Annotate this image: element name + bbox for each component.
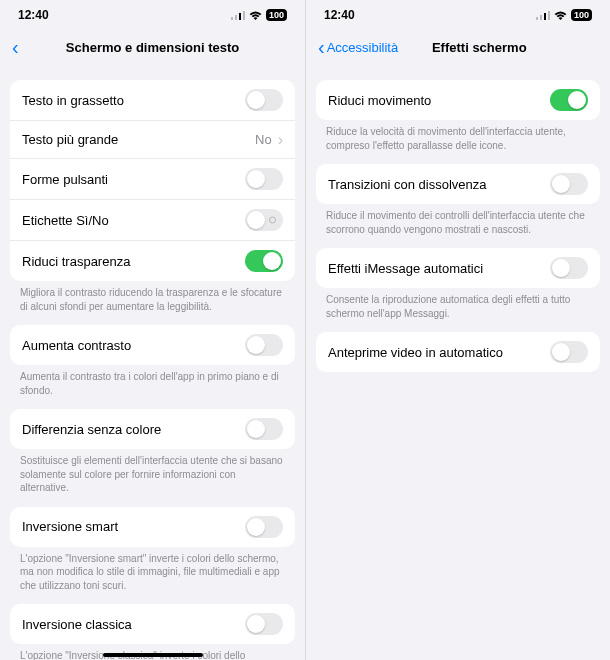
toggle-classic-invert[interactable] — [245, 613, 283, 635]
note-transparency: Migliora il contrasto riducendo la trasp… — [0, 281, 305, 313]
group-text-display: Testo in grassetto Testo più grande No ›… — [10, 80, 295, 281]
group-auto-message-effects: Effetti iMessage automatici — [316, 248, 600, 288]
toggle-bold-text[interactable] — [245, 89, 283, 111]
group-auto-video-preview: Anteprime video in automatico — [316, 332, 600, 372]
row-auto-video-preview[interactable]: Anteprime video in automatico — [316, 332, 600, 372]
scroll-area[interactable]: Testo in grassetto Testo più grande No ›… — [0, 68, 305, 660]
label-auto-video-preview: Anteprime video in automatico — [328, 345, 550, 360]
row-cross-fade[interactable]: Transizioni con dissolvenza — [316, 164, 600, 204]
row-classic-invert[interactable]: Inversione classica — [10, 604, 295, 644]
left-screen: 12:40 100 ‹ Schermo e dimensioni testo T… — [0, 0, 305, 660]
group-reduce-motion: Riduci movimento — [316, 80, 600, 120]
row-larger-text[interactable]: Testo più grande No › — [10, 120, 295, 158]
toggle-cross-fade[interactable] — [550, 173, 588, 195]
nav-header: ‹ Schermo e dimensioni testo — [0, 30, 305, 68]
chevron-right-icon: › — [278, 131, 283, 149]
svg-rect-0 — [231, 17, 233, 20]
label-smart-invert: Inversione smart — [22, 519, 245, 534]
svg-rect-5 — [540, 15, 542, 20]
label-cross-fade: Transizioni con dissolvenza — [328, 177, 550, 192]
label-auto-message-effects: Effetti iMessage automatici — [328, 261, 550, 276]
row-onoff-labels[interactable]: Etichette Sì/No — [10, 199, 295, 240]
back-chevron-icon[interactable]: ‹ — [12, 37, 19, 57]
row-button-shapes[interactable]: Forme pulsanti — [10, 158, 295, 199]
label-larger-text: Testo più grande — [22, 132, 255, 147]
toggle-reduce-transparency[interactable] — [245, 250, 283, 272]
group-cross-fade: Transizioni con dissolvenza — [316, 164, 600, 204]
note-diff: Sostituisce gli elementi dell'interfacci… — [0, 449, 305, 495]
page-title: Effetti schermo — [432, 40, 527, 55]
toggle-smart-invert[interactable] — [245, 516, 283, 538]
svg-rect-1 — [235, 15, 237, 20]
svg-rect-3 — [243, 11, 245, 20]
label-diff-no-color: Differenzia senza colore — [22, 422, 245, 437]
svg-rect-2 — [239, 13, 241, 20]
row-reduce-transparency[interactable]: Riduci trasparenza — [10, 240, 295, 281]
nav-header: ‹ Accessibilità Effetti schermo — [306, 30, 610, 68]
wifi-icon — [249, 11, 262, 20]
group-increase-contrast: Aumenta contrasto — [10, 325, 295, 365]
page-title: Schermo e dimensioni testo — [66, 40, 239, 55]
label-reduce-transparency: Riduci trasparenza — [22, 254, 245, 269]
group-smart-invert: Inversione smart — [10, 507, 295, 547]
toggle-reduce-motion[interactable] — [550, 89, 588, 111]
note-classic-invert: L'opzione "Inversione classica" inverte … — [0, 644, 305, 660]
row-increase-contrast[interactable]: Aumenta contrasto — [10, 325, 295, 365]
group-diff-no-color: Differenzia senza colore — [10, 409, 295, 449]
right-screen: 12:40 100 ‹ Accessibilità Effetti scherm… — [305, 0, 610, 660]
row-auto-message-effects[interactable]: Effetti iMessage automatici — [316, 248, 600, 288]
scroll-area[interactable]: Riduci movimento Riduce la velocità di m… — [306, 68, 610, 660]
status-right: 100 — [231, 9, 287, 21]
note-reduce-motion: Riduce la velocità di movimento dell'int… — [306, 120, 610, 152]
home-indicator[interactable] — [103, 653, 203, 657]
cellular-signal-icon — [536, 11, 550, 20]
status-bar: 12:40 100 — [0, 0, 305, 30]
row-diff-no-color[interactable]: Differenzia senza colore — [10, 409, 295, 449]
svg-rect-4 — [536, 17, 538, 20]
back-button-label[interactable]: Accessibilità — [327, 41, 399, 54]
battery-icon: 100 — [266, 9, 287, 21]
group-classic-invert: Inversione classica — [10, 604, 295, 644]
toggle-auto-video-preview[interactable] — [550, 341, 588, 363]
label-button-shapes: Forme pulsanti — [22, 172, 245, 187]
battery-icon: 100 — [571, 9, 592, 21]
svg-rect-7 — [548, 11, 550, 20]
label-onoff-labels: Etichette Sì/No — [22, 213, 245, 228]
wifi-icon — [554, 11, 567, 20]
toggle-diff-no-color[interactable] — [245, 418, 283, 440]
value-larger-text: No — [255, 132, 272, 147]
cellular-signal-icon — [231, 11, 245, 20]
toggle-button-shapes[interactable] — [245, 168, 283, 190]
label-increase-contrast: Aumenta contrasto — [22, 338, 245, 353]
label-reduce-motion: Riduci movimento — [328, 93, 550, 108]
note-smart-invert: L'opzione "Inversione smart" inverte i c… — [0, 547, 305, 593]
status-right: 100 — [536, 9, 592, 21]
row-reduce-motion[interactable]: Riduci movimento — [316, 80, 600, 120]
status-time: 12:40 — [18, 8, 49, 22]
label-bold-text: Testo in grassetto — [22, 93, 245, 108]
status-bar: 12:40 100 — [306, 0, 610, 30]
toggle-auto-message-effects[interactable] — [550, 257, 588, 279]
svg-rect-6 — [544, 13, 546, 20]
row-bold-text[interactable]: Testo in grassetto — [10, 80, 295, 120]
label-classic-invert: Inversione classica — [22, 617, 245, 632]
note-cross-fade: Riduce il movimento dei controlli dell'i… — [306, 204, 610, 236]
status-time: 12:40 — [324, 8, 355, 22]
row-smart-invert[interactable]: Inversione smart — [10, 507, 295, 547]
toggle-onoff-labels[interactable] — [245, 209, 283, 231]
toggle-increase-contrast[interactable] — [245, 334, 283, 356]
note-auto-message: Consente la riproduzione automatica degl… — [306, 288, 610, 320]
note-contrast: Aumenta il contrasto tra i colori dell'a… — [0, 365, 305, 397]
back-chevron-icon[interactable]: ‹ — [318, 37, 325, 57]
